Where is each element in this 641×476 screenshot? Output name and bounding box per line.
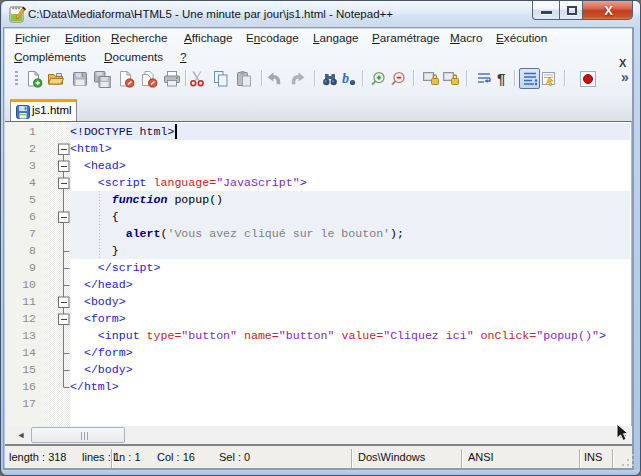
svg-text:b: b (342, 71, 349, 86)
svg-text:¶: ¶ (497, 70, 505, 87)
